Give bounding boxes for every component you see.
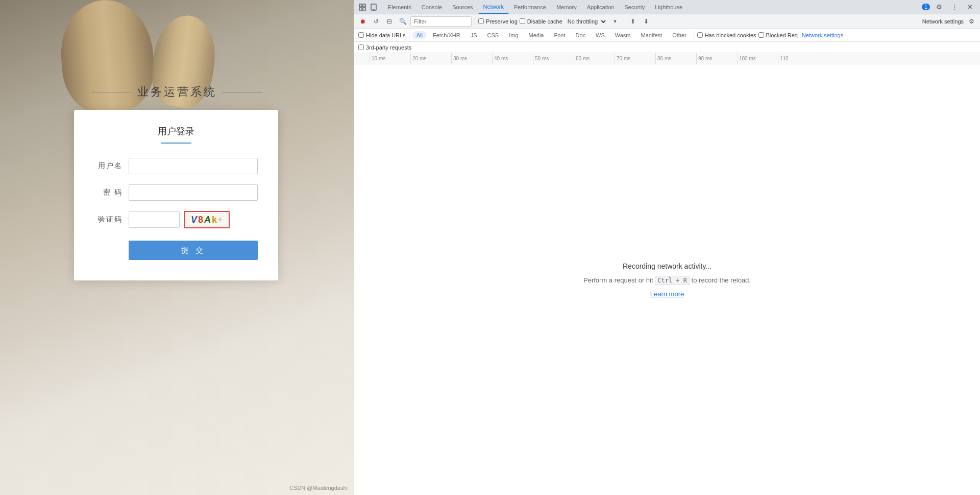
tab-security[interactable]: Security	[619, 0, 650, 14]
tab-performance[interactable]: Performance	[509, 0, 551, 14]
hide-data-urls-checkbox[interactable]	[358, 32, 364, 38]
reload-icon[interactable]: ↺	[371, 16, 382, 27]
tab-memory[interactable]: Memory	[551, 0, 582, 14]
filter-chip-img[interactable]: Img	[505, 31, 522, 39]
has-blocked-cookies-text: Has blocked cookies	[705, 32, 756, 38]
webpage-panel: 业务运营系统 用户登录 用户名 密 码 验证码 V 8 A k ⠿ 提 交	[0, 0, 354, 495]
filter-chip-ws[interactable]: WS	[592, 31, 609, 39]
timeline-tick-50: 50 ms	[533, 53, 549, 64]
login-card: 用户登录 用户名 密 码 验证码 V 8 A k ⠿ 提 交	[74, 110, 278, 280]
ctrl-r-shortcut: Ctrl + R	[655, 276, 690, 285]
learn-more-link[interactable]: Learn more	[650, 290, 684, 298]
captcha-label: 验证码	[94, 215, 122, 224]
filter-chips-bar: Hide data URLs All Fetch/XHR JS CSS Img …	[354, 29, 980, 42]
username-input[interactable]	[129, 158, 258, 174]
separator-1	[475, 17, 475, 26]
submit-row: 提 交	[94, 241, 258, 260]
record-button[interactable]: ⏺	[357, 16, 369, 27]
separator-2	[624, 17, 624, 26]
issues-badge[interactable]: 1	[922, 4, 930, 10]
recording-sub-text: Perform a request or hit Ctrl + R to rec…	[583, 276, 751, 284]
disable-cache-checkbox[interactable]	[520, 18, 525, 24]
close-devtools-icon[interactable]: ✕	[964, 1, 976, 13]
export-har-icon[interactable]: ⬇	[641, 16, 652, 27]
tab-lighthouse[interactable]: Lighthouse	[650, 0, 688, 14]
separator-checkboxes	[694, 31, 694, 39]
blocked-req-label[interactable]: Blocked Req	[758, 32, 798, 38]
import-har-icon[interactable]: ⬆	[627, 16, 639, 27]
disable-cache-checkbox-label[interactable]: Disable cache	[520, 18, 562, 25]
password-label: 密 码	[94, 188, 122, 197]
search-icon[interactable]: 🔍	[397, 16, 408, 27]
device-toggle-icon[interactable]	[370, 3, 378, 11]
recording-text: Recording network activity...	[623, 262, 712, 270]
filter-chip-font[interactable]: Font	[550, 31, 569, 39]
blocked-req-text: Blocked Req	[766, 32, 798, 38]
devtools-tabs: Elements Console Sources Network Perform…	[383, 0, 688, 14]
tab-network[interactable]: Network	[478, 0, 509, 14]
password-row: 密 码	[94, 184, 258, 201]
filter-input[interactable]	[410, 16, 472, 27]
filter-chip-other[interactable]: Other	[668, 31, 691, 39]
disable-cache-label: Disable cache	[527, 18, 562, 25]
page-title: 业务运营系统	[0, 84, 354, 100]
filter-chip-doc[interactable]: Doc	[571, 31, 590, 39]
third-party-label[interactable]: 3rd-party requests	[358, 44, 411, 51]
filter-chip-css[interactable]: CSS	[483, 31, 503, 39]
third-party-checkbox[interactable]	[358, 44, 364, 50]
settings-icon[interactable]: ⚙	[933, 1, 945, 13]
preserve-log-checkbox-label[interactable]: Preserve log	[478, 18, 518, 25]
preserve-log-label: Preserve log	[486, 18, 518, 25]
throttle-select[interactable]: No throttling Fast 3G Slow 3G Offline	[565, 18, 607, 25]
captcha-row: 验证码 V 8 A k ⠿	[94, 211, 258, 228]
svg-rect-4	[371, 4, 376, 10]
filter-chip-fetch-xhr[interactable]: Fetch/XHR	[429, 31, 464, 39]
timeline-tick-10: 10 ms	[370, 53, 385, 64]
captcha-image[interactable]: V 8 A k ⠿	[184, 211, 230, 228]
svg-rect-3	[363, 8, 365, 10]
footer-text: CSDN @Maidengdashi	[289, 485, 348, 491]
network-main-area: Recording network activity... Perform a …	[354, 64, 980, 495]
devtools-chrome-bar: Elements Console Sources Network Perform…	[354, 0, 980, 14]
timeline-tick-40: 40 ms	[492, 53, 508, 64]
timeline-tick-70: 70 ms	[615, 53, 630, 64]
filter-chip-all[interactable]: All	[412, 31, 427, 39]
has-blocked-cookies-checkbox[interactable]	[697, 32, 703, 38]
tab-console[interactable]: Console	[416, 0, 447, 14]
captcha-input[interactable]	[129, 211, 180, 228]
throttle-dropdown-icon[interactable]: ▼	[609, 16, 621, 27]
filter-chip-manifest[interactable]: Manifest	[637, 31, 667, 39]
inspect-icon[interactable]	[358, 3, 366, 11]
devtools-panel: Elements Console Sources Network Perform…	[354, 0, 980, 495]
network-settings-label[interactable]: Network settings	[922, 18, 964, 25]
filter-icon[interactable]: ⊟	[384, 16, 395, 27]
separator-filter	[409, 31, 409, 39]
timeline-tick-30: 30 ms	[451, 53, 467, 64]
svg-rect-2	[359, 8, 362, 10]
has-blocked-cookies-label[interactable]: Has blocked cookies	[697, 32, 756, 38]
timeline-tick-110: 110	[778, 53, 789, 64]
timeline-tick-80: 80 ms	[655, 53, 671, 64]
filter-chip-media[interactable]: Media	[525, 31, 548, 39]
tab-elements[interactable]: Elements	[383, 0, 416, 14]
timeline-header: 10 ms 20 ms 30 ms 40 ms 50 ms 60 ms 70 m…	[354, 53, 980, 64]
filter-chip-wasm[interactable]: Wasm	[611, 31, 635, 39]
hide-data-urls-label[interactable]: Hide data URLs	[358, 32, 406, 38]
timeline-tick-60: 60 ms	[574, 53, 590, 64]
network-settings-icon[interactable]: ⚙	[966, 16, 977, 27]
tab-application[interactable]: Application	[582, 0, 620, 14]
third-party-bar: 3rd-party requests	[354, 42, 980, 53]
tab-sources[interactable]: Sources	[447, 0, 478, 14]
recording-instruction-prefix: Perform a request or hit	[583, 276, 655, 284]
more-options-icon[interactable]: ⋮	[948, 1, 961, 13]
network-settings-link[interactable]: Network settings	[802, 32, 843, 38]
blocked-req-checkbox[interactable]	[758, 32, 764, 38]
filter-chip-js[interactable]: JS	[467, 31, 481, 39]
password-input[interactable]	[129, 184, 258, 201]
username-label: 用户名	[94, 161, 122, 171]
preserve-log-checkbox[interactable]	[478, 18, 484, 24]
submit-button[interactable]: 提 交	[129, 241, 258, 260]
network-toolbar: ⏺ ↺ ⊟ 🔍 Preserve log Disable cache No th…	[354, 14, 980, 29]
svg-rect-1	[363, 4, 365, 7]
svg-rect-0	[359, 4, 362, 7]
